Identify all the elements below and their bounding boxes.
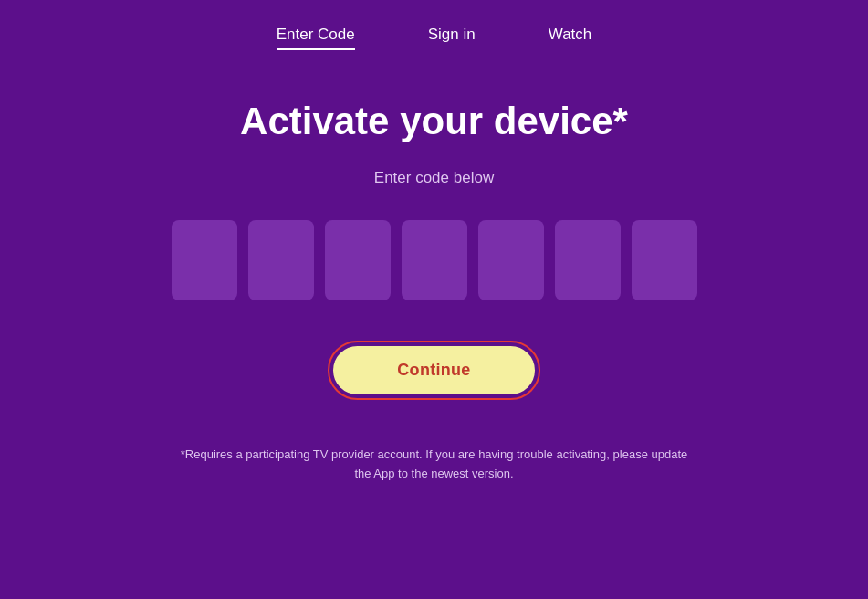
code-box-5[interactable] — [478, 220, 544, 300]
code-box-6[interactable] — [555, 220, 621, 300]
code-input-boxes — [172, 220, 697, 300]
nav-sign-in[interactable]: Sign in — [428, 26, 476, 47]
nav-enter-code[interactable]: Enter Code — [277, 26, 355, 47]
nav-watch[interactable]: Watch — [549, 26, 592, 47]
main-content: Activate your device* Enter code below C… — [0, 66, 868, 599]
continue-button-outline — [328, 341, 539, 400]
footer-area: Continue *Requires a participating TV pr… — [161, 346, 708, 511]
page-title: Activate your device* — [240, 100, 628, 143]
continue-button-wrapper: Continue — [333, 346, 534, 394]
code-box-3[interactable] — [325, 220, 391, 300]
code-box-7[interactable] — [632, 220, 697, 300]
disclaimer-text: *Requires a participating TV provider ac… — [161, 446, 708, 484]
navigation: Enter Code Sign in Watch — [0, 0, 868, 66]
code-box-2[interactable] — [248, 220, 314, 300]
code-box-4[interactable] — [402, 220, 467, 300]
code-box-1[interactable] — [172, 220, 237, 300]
enter-code-subtitle: Enter code below — [374, 169, 494, 187]
